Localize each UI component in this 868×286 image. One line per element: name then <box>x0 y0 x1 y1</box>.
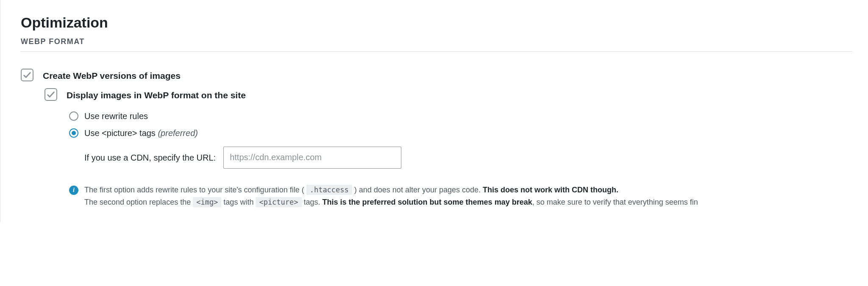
info-l2d: , so make sure to verify that everything… <box>532 198 698 206</box>
info-l1a: The first option adds rewrite rules to y… <box>84 186 306 194</box>
display-webp-checkbox[interactable] <box>45 88 57 101</box>
radio-picture-hint: (preferred) <box>158 128 198 138</box>
code-picture: <picture> <box>256 197 301 207</box>
section-subheading: WEBP FORMAT <box>21 36 852 52</box>
info-l1b: ) and does not alter your pages code. <box>352 186 483 194</box>
info-l2b: tags with <box>221 198 256 206</box>
radio-rewrite-label: Use rewrite rules <box>84 110 148 122</box>
create-webp-label: Create WebP versions of images <box>43 69 181 82</box>
check-icon <box>46 90 56 99</box>
info-l2a: The second option replaces the <box>84 198 193 206</box>
create-webp-checkbox[interactable] <box>21 69 33 81</box>
code-img: <img> <box>193 197 221 207</box>
code-htaccess: .htaccess <box>306 185 352 195</box>
info-text: The first option adds rewrite rules to y… <box>84 185 852 209</box>
cdn-url-label: If you use a CDN, specify the URL: <box>84 152 216 164</box>
radio-picture-tags[interactable] <box>69 128 78 138</box>
radio-rewrite-rules[interactable] <box>69 111 78 121</box>
info-l2c: tags. <box>302 198 323 206</box>
info-icon: i <box>69 186 78 195</box>
radio-picture-text: Use <picture> tags <box>84 128 158 138</box>
info-l1-strong: This does not work with CDN though. <box>483 186 618 194</box>
radio-picture-label: Use <picture> tags (preferred) <box>84 127 198 139</box>
check-icon <box>22 70 32 80</box>
info-l2-strong: This is the preferred solution but some … <box>323 198 532 206</box>
display-webp-label: Display images in WebP format on the sit… <box>67 89 246 101</box>
page-title: Optimization <box>21 13 852 33</box>
cdn-url-input[interactable] <box>223 147 401 169</box>
